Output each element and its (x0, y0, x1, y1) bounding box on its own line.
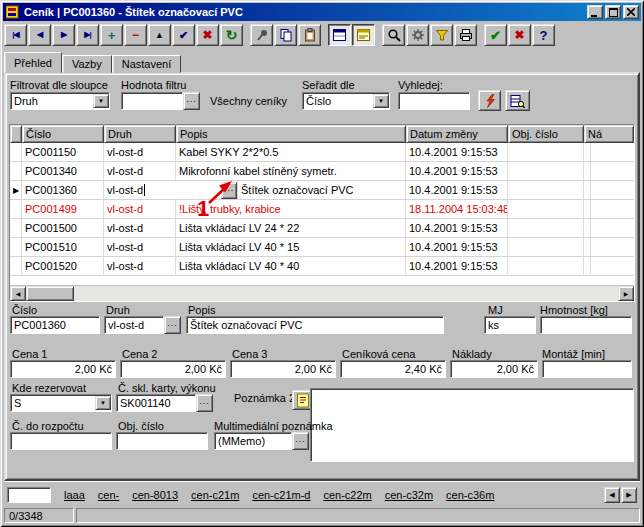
bottom-tab-cen-c22m[interactable]: cen-c22m (323, 489, 371, 501)
popis-field[interactable] (186, 316, 444, 334)
close-button[interactable] (623, 5, 639, 19)
skl-karta-field[interactable] (116, 394, 196, 412)
poznamka2-memo[interactable] (310, 388, 634, 462)
table-row[interactable]: PC001510 vl-ost-d Lišta vkládací LV 40 *… (10, 238, 634, 257)
bottom-tab-cen-c32m[interactable]: cen-c32m (385, 489, 433, 501)
filter-value-input[interactable] (121, 92, 183, 110)
grid-view-toggle[interactable] (328, 24, 351, 46)
sort-select[interactable]: Číslo ▼ (302, 92, 390, 110)
last-record-button[interactable]: ▶| (76, 24, 99, 46)
delete-record-button[interactable]: − (124, 24, 147, 46)
column-header-druh[interactable]: Druh (104, 125, 176, 143)
cancel-edit-button[interactable]: ✖ (196, 24, 219, 46)
edit-record-button[interactable]: ▲ (148, 24, 171, 46)
scroll-left-button[interactable]: ◀ (10, 286, 26, 301)
settings-button[interactable] (406, 24, 429, 46)
insert-record-button[interactable]: + (100, 24, 123, 46)
tab-vazby[interactable]: Vazby (62, 55, 112, 73)
montaz-label: Montáž [min] (542, 348, 605, 360)
tab-prehled[interactable]: Přehled (4, 52, 62, 73)
bottom-tab-cen-c36m[interactable]: cen-c36m (446, 489, 494, 501)
gear-icon (411, 28, 425, 42)
title-bar: Ceník | PC001360 - Štítek označovací PVC (3, 3, 641, 21)
first-record-button[interactable]: |◀ (4, 24, 27, 46)
mj-field[interactable] (484, 316, 536, 334)
post-edit-button[interactable]: ✔ (172, 24, 195, 46)
form-view-toggle[interactable] (352, 24, 375, 46)
bottom-tab-laaa[interactable]: laaa (64, 489, 85, 501)
cancel-button[interactable]: ✖ (508, 24, 531, 46)
cena3-field[interactable] (230, 360, 336, 378)
app-icon[interactable] (6, 5, 20, 19)
column-header-datum[interactable]: Datum změny (406, 125, 508, 143)
lookup-list-button[interactable] (505, 90, 530, 111)
cell-nazev (584, 238, 591, 256)
bottom-tab-cen-c21m-d[interactable]: cen-c21m-d (252, 489, 310, 501)
naklady-field[interactable] (450, 360, 538, 378)
cislo-field[interactable] (10, 316, 100, 334)
column-header-nazev[interactable]: Ná (584, 125, 634, 143)
bottom-tab-cen[interactable]: cen- (98, 489, 119, 501)
print-button[interactable] (454, 24, 477, 46)
table-row[interactable]: PC001150 vl-ost-d Kabel SYKY 2*2*0.5 10.… (10, 143, 634, 162)
cena1-field[interactable] (10, 360, 116, 378)
scrollbar-track[interactable] (74, 286, 618, 301)
note-icon (296, 393, 310, 408)
apply-search-button[interactable] (478, 90, 501, 111)
help-button[interactable]: ? (532, 24, 555, 46)
cenikova-cena-field[interactable] (340, 360, 446, 378)
montaz-field[interactable] (542, 360, 632, 378)
filter-value-ellipsis-button[interactable]: ... (183, 92, 200, 110)
grid-horizontal-scrollbar[interactable]: ◀ ▶ (10, 285, 634, 301)
sort-value: Číslo (306, 95, 373, 107)
kde-rezervovat-value: S (14, 397, 95, 409)
mmemo-ellipsis-button[interactable]: ... (292, 432, 309, 450)
bottom-tabs-prev-button[interactable]: ◀ (604, 487, 620, 503)
copy-button[interactable] (274, 24, 297, 46)
search-button[interactable] (382, 24, 405, 46)
chevron-down-icon[interactable]: ▼ (373, 94, 389, 108)
chevron-down-icon[interactable]: ▼ (93, 94, 109, 108)
paste-button[interactable] (298, 24, 321, 46)
druh-lookup-ellipsis-button[interactable]: ... (221, 182, 237, 199)
bottom-tab-cen-c21m[interactable]: cen-c21m (191, 489, 239, 501)
column-header-obj[interactable]: Obj. číslo (508, 125, 584, 143)
scrollbar-thumb[interactable] (26, 286, 74, 301)
confirm-button[interactable]: ✔ (484, 24, 507, 46)
rozpocet-field[interactable] (10, 432, 112, 450)
pin-button[interactable] (250, 24, 273, 46)
bottom-filter-input[interactable] (7, 487, 51, 503)
filter-button[interactable] (430, 24, 453, 46)
bottom-tab-cen-8013[interactable]: cen-8013 (132, 489, 178, 501)
table-row-selected[interactable]: ▶ PC001360 vl-ost-d ... Štítek označovac… (10, 181, 634, 200)
table-row[interactable]: PC001340 vl-ost-d Mikrofonní kabel stíně… (10, 162, 634, 181)
bottom-tabs-next-button[interactable]: ▶ (621, 487, 637, 503)
hmotnost-field[interactable] (540, 316, 632, 334)
druh-field[interactable] (104, 316, 164, 334)
column-header-cislo[interactable]: Číslo (22, 125, 104, 143)
cena2-field[interactable] (120, 360, 226, 378)
maximize-icon (609, 8, 618, 17)
minimize-button[interactable] (587, 5, 603, 19)
cell-obj (508, 238, 584, 256)
prior-record-button[interactable]: ◀ (28, 24, 51, 46)
table-row-alert[interactable]: PC001499 vl-ost-d !Lišty, trubky, krabic… (10, 200, 634, 219)
scroll-right-button[interactable]: ▶ (618, 286, 634, 301)
druh-inline-editor[interactable]: vl-ost-d ... (104, 181, 238, 199)
skl-karta-ellipsis-button[interactable]: ... (196, 394, 213, 412)
filter-column-select[interactable]: Druh ▼ (10, 92, 110, 110)
obj-cislo-field[interactable] (116, 432, 208, 450)
refresh-button[interactable]: ↻ (220, 24, 243, 46)
druh-ellipsis-button[interactable]: ... (164, 316, 181, 334)
tab-nastaveni[interactable]: Nastavení (112, 55, 182, 73)
search-input[interactable] (398, 92, 470, 110)
table-row[interactable]: PC001520 vl-ost-d Lišta vkládací LV 40 *… (10, 257, 634, 276)
maximize-button[interactable] (605, 5, 621, 19)
mmemo-select[interactable]: (MMemo) (214, 432, 292, 450)
kde-rezervovat-select[interactable]: S ▼ (10, 394, 112, 412)
chevron-down-icon[interactable]: ▼ (95, 396, 111, 410)
table-row[interactable]: PC001500 vl-ost-d Lišta vkládací LV 24 *… (10, 219, 634, 238)
rozpocet-label: Č. do rozpočtu (12, 420, 84, 432)
column-header-popis[interactable]: Popis (176, 125, 406, 143)
next-record-button[interactable]: ▶ (52, 24, 75, 46)
